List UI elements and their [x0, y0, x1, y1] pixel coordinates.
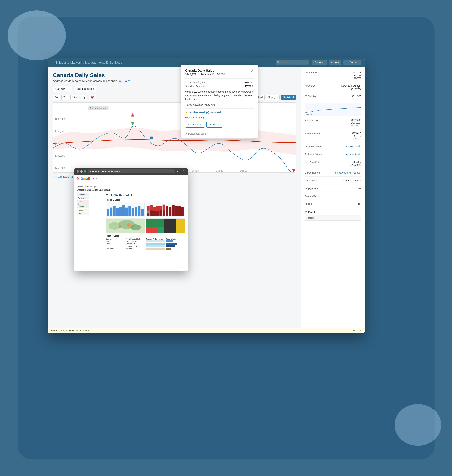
svg-rect-10	[135, 207, 137, 216]
tooltip-date: $748,771 on Tuesday 12/15/2020	[185, 73, 225, 76]
rp-row-pii: PII Data No	[305, 203, 361, 208]
tooltip-close-button[interactable]: ✕	[251, 69, 254, 73]
flag-icon: ⚑	[210, 123, 212, 126]
svg-rect-15	[147, 210, 150, 213]
minimize-dot[interactable]	[80, 170, 83, 172]
color-blocks-svg	[146, 218, 185, 233]
add-exploration-button[interactable]: ＋ Add Exploration	[53, 175, 77, 179]
report-map	[106, 218, 145, 233]
svg-rect-41	[146, 227, 158, 233]
chart-type-statistical[interactable]: Statistical	[281, 95, 296, 100]
event-button[interactable]: ⚑ Event	[206, 122, 222, 128]
down-triangle-marker	[131, 113, 134, 116]
nps-banner: How likely is it that you would recomme.…	[47, 328, 365, 333]
chart-type-stoplight[interactable]: Stoplight	[266, 95, 280, 100]
tooltip-metrics-link[interactable]: ✦ 22 other Metric(s) impacted	[185, 111, 254, 114]
email-content: From: Metric Insights Executive Burst fo…	[74, 183, 188, 253]
mini-chart: Nov '20	[305, 103, 361, 116]
dimension-dropdown[interactable]: Canada	[53, 86, 72, 92]
report-color-blocks	[146, 218, 185, 233]
rp-row-30day: 30 Day Avg $642,569	[305, 95, 361, 100]
svg-point-36	[127, 223, 131, 227]
business-owner-link[interactable]: Andrew Admin	[346, 145, 361, 148]
plus-icon: ＋	[53, 175, 56, 179]
tooltip-external-insights[interactable]: External Insights ▶	[185, 116, 254, 119]
close-dot[interactable]	[77, 170, 79, 172]
email-from: From: Metric Insights	[77, 185, 185, 188]
nps-edit-link[interactable]: Edit	[352, 329, 357, 332]
label-report: Report	[77, 209, 89, 211]
breadcrumb: Sales and Marketing Management / Daily S…	[55, 61, 273, 64]
product-table-rows: Primary Prima Plant $18 Column Onerous $…	[106, 240, 185, 250]
tooltip-header: Canada Daily Sales $748,771 on Tuesday 1…	[185, 69, 254, 76]
svg-rect-8	[128, 206, 131, 216]
svg-rect-1	[107, 209, 109, 216]
product-table-header: Country Top 5 Product Sales Country Perf…	[106, 238, 185, 240]
time-btn-12w[interactable]: 12w	[70, 95, 79, 100]
user-button[interactable]: 👤 Andrew	[343, 60, 361, 65]
report-title: Regional Sales	[106, 199, 185, 201]
label-email: Email	[77, 200, 89, 203]
rp-row-pct-change: % Change Down 12.91% fromyesterday	[305, 84, 361, 92]
time-controls: 4w 2m 12w 1y 📅 Standard Stoplight Statis…	[53, 95, 296, 100]
email-subject: Executive Burst for 03/16/2022	[77, 189, 185, 191]
svg-rect-12	[141, 209, 144, 216]
svg-rect-14	[147, 206, 150, 210]
nps-close-button[interactable]: ✕	[359, 329, 361, 332]
svg-rect-31	[181, 207, 184, 216]
annotate-button[interactable]: ✏ Annotate	[185, 122, 205, 128]
address-bar[interactable]	[88, 169, 175, 173]
svg-rect-2	[110, 207, 113, 216]
time-btn-2m[interactable]: 2m	[61, 95, 69, 100]
email-titlebar: ⬇ ⤴ ⛶	[74, 168, 188, 175]
y-label-3: $500,000	[55, 142, 65, 145]
events-toggle-icon[interactable]: ▼	[305, 211, 307, 213]
rp-row-current-value: Current Value $498,703Monday12/28/2020	[305, 71, 361, 82]
titlebar-icons: ⬇ ⤴ ⛶	[177, 170, 185, 173]
mini-chart-svg: Nov '20	[305, 103, 361, 116]
bar-chart-svg	[106, 202, 145, 217]
up-triangle-marker	[131, 122, 134, 125]
email-labels: Campus Admins Email Sales Contact Report…	[77, 193, 89, 250]
events-section: ▼ Events	[305, 211, 361, 213]
rp-row-linked-reports: Linked Reports Sales Analytics (Tableau)	[305, 171, 361, 177]
maximize-dot[interactable]	[84, 170, 86, 172]
fullscreen-icon: ⛶	[183, 170, 185, 173]
y-label-2: $750,000	[55, 130, 65, 133]
tooltip-title: Canada Daily Sales	[185, 69, 225, 73]
tooltip-stat-moving-avg: 30 day moving avg 629,747	[185, 81, 254, 84]
svg-point-37	[119, 226, 121, 228]
admin-button[interactable]: Admin	[329, 60, 341, 65]
svg-rect-7	[125, 207, 128, 216]
svg-text:Nov '20: Nov '20	[306, 113, 312, 115]
rp-row-max: Maximum ever $785,813Tuesday11/10/2020	[305, 132, 361, 142]
delete-datapoint-button[interactable]: 🗑 Delete data point	[185, 132, 206, 135]
right-panel: Current Value $498,703Monday12/28/2020 %…	[301, 67, 365, 333]
svg-rect-40	[176, 219, 185, 232]
tooltip-popup: Canada Daily Sales $748,771 on Tuesday 1…	[181, 65, 258, 139]
subtitle-link[interactable]: Sales	[123, 79, 131, 83]
square-marker	[150, 137, 153, 139]
x-label-dec24: Dec 24	[192, 169, 199, 172]
linked-reports-link[interactable]: Sales Analytics (Tableau)	[335, 171, 361, 174]
rp-row-last-updated: Last updated Mar 6, 2023 3:05	[305, 179, 361, 184]
svg-rect-19	[153, 207, 156, 211]
pencil-icon: ✏	[188, 123, 191, 126]
time-btn-4w[interactable]: 4w	[53, 95, 60, 100]
label-campus: Campus	[77, 193, 89, 196]
email-body: M Gmail Gmail From: Metric Insights Exec…	[74, 175, 188, 271]
search-input[interactable]	[276, 60, 309, 66]
calendar-button[interactable]: 📅	[89, 95, 96, 100]
report-charts-grid	[106, 202, 185, 233]
connect-button[interactable]: Connect	[312, 60, 327, 65]
svg-rect-28	[172, 205, 174, 216]
rp-row-custom-fields: Custom Fields	[305, 195, 361, 200]
svg-rect-11	[138, 205, 140, 216]
subtitle-text: Aggregated daily sales revenue across al…	[53, 79, 118, 83]
technical-owner-link[interactable]: Andrew Admin	[346, 153, 361, 156]
download-icon: ⬇	[177, 170, 179, 173]
see-related-button[interactable]: See Related ▾	[74, 86, 96, 92]
rp-row-last-data: Last Data Point Monday12/28/2020	[305, 161, 361, 169]
time-btn-1y[interactable]: 1y	[80, 95, 87, 100]
chart-icon: 📈	[119, 79, 122, 83]
